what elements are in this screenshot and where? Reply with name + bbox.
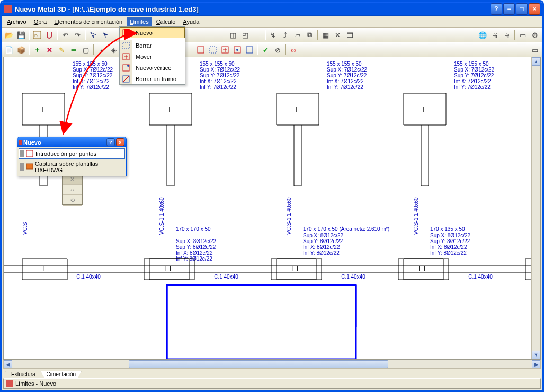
svg-text:Inf Y: 7Ø12c/22: Inf Y: 7Ø12c/22 — [200, 84, 236, 90]
svg-text:170 x 135 x 50: 170 x 135 x 50 — [430, 226, 465, 232]
foot2-icon[interactable]: ◰ — [239, 29, 251, 41]
menu-limites[interactable]: Límites — [127, 17, 151, 26]
dropdown-nuevo-vertice[interactable]: Nuevo vértice — [120, 62, 185, 73]
box2-icon[interactable]: ▢ — [80, 44, 92, 56]
lim-nuevo-icon[interactable] — [195, 44, 207, 56]
menu-ayuda[interactable]: Ayuda — [180, 17, 202, 26]
pencil-icon[interactable]: ✎ — [56, 44, 67, 56]
select-icon[interactable] — [87, 29, 99, 41]
horizontal-scrollbar[interactable]: ◀ ▶ — [3, 360, 541, 369]
menu-archivo[interactable]: Archivo — [4, 17, 30, 26]
poly-icon[interactable]: ▱ — [292, 29, 304, 41]
limites-dropdown: Nuevo Borrar Mover Nuevo vértice Borrar … — [119, 26, 185, 85]
dropdown-nuevo[interactable]: Nuevo — [120, 27, 185, 38]
statusbar: Límites - Nuevo — [3, 378, 541, 389]
svg-text:Inf Y: 7Ø12c/22: Inf Y: 7Ø12c/22 — [454, 84, 491, 90]
globe-icon[interactable]: 🌐 — [477, 29, 488, 41]
minimize-button[interactable]: − — [503, 3, 515, 15]
svg-text:Inf X: 8Ø12c/22: Inf X: 8Ø12c/22 — [176, 250, 213, 256]
magnet-icon[interactable] — [43, 29, 55, 41]
status-text: Límites - Nuevo — [15, 380, 56, 387]
dropdown-mover[interactable]: Mover — [120, 51, 185, 62]
deny-icon[interactable]: ⊘ — [272, 44, 283, 56]
svg-text:Sup X: 7Ø12c/22: Sup X: 7Ø12c/22 — [200, 67, 240, 73]
redo-icon[interactable]: ↷ — [72, 29, 83, 41]
svg-rect-73 — [123, 30, 129, 36]
box-icon[interactable]: 📦 — [15, 44, 27, 56]
svg-text:Sup X: 7Ø12c/22: Sup X: 7Ø12c/22 — [454, 67, 495, 73]
svg-rect-66 — [167, 285, 356, 359]
config-icon[interactable]: ⚙ — [529, 29, 541, 41]
vertical-scrollbar[interactable]: ▲ ▼ — [531, 57, 540, 359]
stop-icon[interactable]: ⦻ — [288, 44, 299, 56]
dropdown-borrar[interactable]: Borrar — [120, 40, 185, 51]
svg-text:C.1 40x40: C.1 40x40 — [214, 274, 238, 280]
save-icon[interactable]: 💾 — [15, 29, 27, 41]
tab-estructura[interactable]: Estructura — [5, 371, 41, 378]
props-icon[interactable]: 🗔 — [344, 29, 356, 41]
dialog-row-intro-puntos[interactable]: Introducción por puntos — [19, 148, 125, 159]
app-icon — [4, 5, 12, 13]
toolbar-secondary: 📄 📦 ＋ ✕ ✎ ━ ▢ ⬥ ◈ ✔ ⊘ ⦻ ▭ — [2, 42, 542, 57]
svg-text:C.1 40x40: C.1 40x40 — [341, 274, 365, 280]
undo-icon[interactable]: ↶ — [59, 29, 71, 41]
menu-obra[interactable]: Obra — [31, 17, 50, 26]
foot-icon[interactable]: ◫ — [227, 29, 239, 41]
canvas[interactable]: 155 x 155 x 50Sup X: 7Ø12c/22Sup Y: 7Ø12… — [3, 57, 541, 360]
dialog-row-capturar-dxf[interactable]: Capturar sobre plantillas DXF/DWG — [19, 159, 125, 175]
svg-text:Inf Y: 8Ø12c/22: Inf Y: 8Ø12c/22 — [303, 250, 340, 256]
help-button[interactable]: ? — [491, 3, 502, 15]
dialog-help-button[interactable]: ? — [106, 138, 115, 146]
check-icon[interactable]: ✔ — [260, 44, 271, 56]
svg-text:Inf X: 7Ø12c/22: Inf X: 7Ø12c/22 — [454, 78, 491, 84]
svg-text:I: I — [297, 265, 298, 273]
menu-calculo[interactable]: Cálculo — [153, 17, 179, 26]
maximize-button[interactable]: □ — [516, 3, 528, 15]
lim-vertex-icon[interactable] — [231, 44, 243, 56]
svg-text:I: I — [296, 105, 298, 114]
scroll-left[interactable]: ◀ — [4, 360, 12, 368]
svg-text:Sup X: 7Ø12c/22: Sup X: 7Ø12c/22 — [73, 67, 113, 73]
svg-text:VC.S-1.1 40x60: VC.S-1.1 40x60 — [159, 197, 165, 235]
svg-text:Sup Y: 8Ø12c/22: Sup Y: 8Ø12c/22 — [430, 238, 470, 244]
svg-text:Sup Y: 8Ø12c/22: Sup Y: 8Ø12c/22 — [176, 244, 216, 250]
open-file-icon[interactable]: 📂 — [3, 29, 15, 41]
dim-icon[interactable]: ⊢ — [252, 29, 263, 41]
path-icon[interactable]: ↯ — [267, 29, 279, 41]
svg-line-79 — [123, 76, 129, 82]
lim-borrar-icon[interactable] — [207, 44, 219, 56]
floater-move[interactable]: ↔ — [63, 184, 82, 195]
floater-rotate[interactable]: ⟲ — [63, 195, 82, 206]
svg-text:155 x 155 x 50: 155 x 155 x 50 — [454, 61, 489, 67]
node-icon[interactable]: ⬥ — [96, 44, 108, 56]
sheet-icon[interactable]: 📄 — [3, 44, 15, 56]
svg-text:Sup X: 8Ø12c/22: Sup X: 8Ø12c/22 — [430, 233, 471, 238]
minus-icon[interactable]: ━ — [68, 44, 79, 56]
calc-icon[interactable]: ⧉ — [304, 29, 316, 41]
view-icon[interactable]: ▭ — [529, 44, 541, 56]
lim-tramo-icon[interactable] — [244, 44, 255, 56]
grid-icon[interactable]: ▦ — [320, 29, 332, 41]
lim-mover-icon[interactable] — [219, 44, 231, 56]
node2-icon[interactable]: ◈ — [108, 44, 120, 56]
tab-cimentacion[interactable]: Cimentación — [41, 371, 82, 378]
scroll-thumb[interactable] — [129, 360, 388, 368]
scroll-right[interactable]: ▶ — [532, 360, 540, 368]
scroll-up[interactable]: ▲ — [532, 57, 540, 66]
svg-rect-81 — [26, 164, 33, 169]
tools-icon[interactable]: ✕ — [332, 29, 344, 41]
x-icon[interactable]: ✕ — [43, 44, 55, 56]
dialog-close-button[interactable]: × — [116, 138, 124, 146]
printers-icon[interactable]: 🖨 — [501, 29, 513, 41]
svg-point-6 — [236, 49, 238, 51]
dxf-icon[interactable]: D — [31, 29, 43, 41]
scroll-down[interactable]: ▼ — [532, 351, 540, 359]
close-button[interactable]: × — [529, 3, 540, 15]
layout-icon[interactable]: ▭ — [517, 29, 529, 41]
print-icon[interactable]: 🖨 — [489, 29, 501, 41]
path2-icon[interactable]: ⤴ — [280, 29, 291, 41]
dropdown-borrar-tramo[interactable]: Borrar un tramo — [120, 73, 185, 84]
plus-icon[interactable]: ＋ — [31, 44, 43, 56]
select-alt-icon[interactable] — [100, 29, 111, 41]
menu-elementos[interactable]: Elementos de cimentación — [51, 17, 126, 26]
